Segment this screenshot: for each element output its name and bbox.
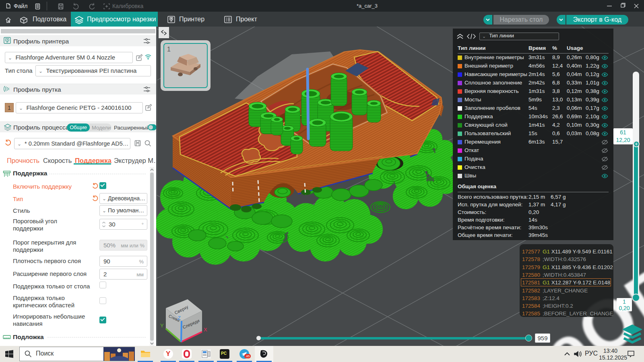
svg-text:Y: Y (160, 323, 164, 329)
svg-text:X: X (204, 327, 207, 333)
svg-text:Z: Z (178, 315, 181, 321)
